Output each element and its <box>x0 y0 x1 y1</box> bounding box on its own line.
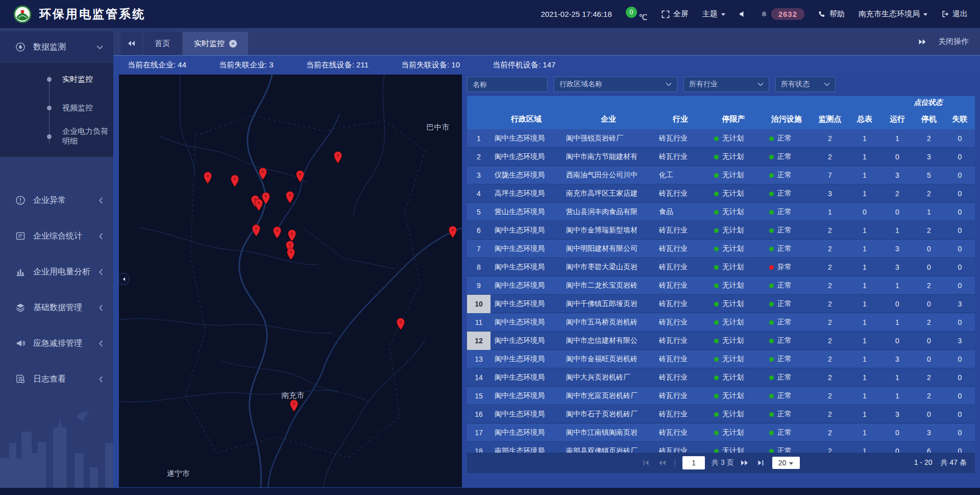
table-row[interactable]: 2阆中生态环境局阆中市南方节能建材有砖瓦行业无计划正常21030 <box>467 148 975 166</box>
last-page-button[interactable] <box>756 459 766 467</box>
app-header: 环保用电监管系统 2021-02-25 17:46:18 0 ℃ 全屏 主题 2… <box>0 0 980 28</box>
notification-area[interactable]: 2632 <box>761 8 804 20</box>
table-row[interactable]: 3仪陇生态环境局西南油气田分公司川中化工无计划正常71350 <box>467 166 975 184</box>
close-operations-button[interactable]: 关闭操作 <box>938 37 969 46</box>
table-row[interactable]: 8阆中生态环境局阆中市枣碧大梁山页岩砖瓦行业无计划异常21300 <box>467 258 975 276</box>
map-pin-icon[interactable] <box>396 318 405 331</box>
cell-lost: 3 <box>945 337 975 345</box>
status-dot-icon <box>714 192 719 196</box>
tab-scroll-left-button[interactable] <box>120 32 142 55</box>
map-pin-icon[interactable] <box>286 248 296 261</box>
cell-run: 1 <box>881 134 913 143</box>
page-size-select[interactable]: 20 <box>772 457 800 469</box>
cell-company: 阆中市江南镇阆南页岩 <box>562 428 655 437</box>
table-row[interactable]: 12阆中生态环境局阆中市忠信建材有限公砖瓦行业无计划正常21003 <box>467 332 975 350</box>
sidebar-item-emergency-reduction[interactable]: 应急减排管理 <box>0 325 113 361</box>
sidebar-item-label: 应急减排管理 <box>33 338 82 349</box>
sidebar-subitem[interactable]: 企业电力负荷明细 <box>0 122 113 151</box>
table-row[interactable]: 9阆中生态环境局阆中市二龙长宝页岩砖砖瓦行业无计划正常21120 <box>467 276 975 295</box>
sidebar-item-power-analysis[interactable]: 企业用电量分析 <box>0 254 113 290</box>
theme-dropdown[interactable]: 主题 <box>702 9 725 19</box>
tab-实时监控[interactable]: 实时监控✕ <box>183 32 248 55</box>
help-button[interactable]: 帮助 <box>818 9 845 19</box>
map-pin-icon[interactable] <box>333 151 343 164</box>
cell-row-number: 2 <box>467 148 491 166</box>
sidebar-subitem[interactable]: 实时监控 <box>0 65 113 93</box>
region-filter-select[interactable]: 行政区域名称 <box>554 77 677 92</box>
sidebar-item-label: 日志查看 <box>33 374 66 385</box>
status-filter-select[interactable]: 所有状态 <box>775 77 836 92</box>
sidebar-item-data-monitoring[interactable]: 数据监测 <box>0 31 113 63</box>
cell-stop: 2 <box>913 190 945 198</box>
page-number-input[interactable] <box>682 456 705 469</box>
cell-limit-status: 无计划 <box>706 428 761 437</box>
table-row[interactable]: 4高坪生态环境局南充市高坪区王家店建砖瓦行业无计划正常31220 <box>467 184 975 203</box>
fullscreen-button[interactable]: 全屏 <box>662 9 689 19</box>
sidebar-item-label: 基础数据管理 <box>33 302 82 313</box>
status-dot-icon <box>769 339 774 343</box>
sidebar-item-base-data[interactable]: 基础数据管理 <box>0 290 113 325</box>
close-icon[interactable]: ✕ <box>229 40 237 48</box>
stat-item: 当前失联企业: 3 <box>219 60 274 70</box>
industry-filter-select[interactable]: 所有行业 <box>683 77 769 92</box>
cell-meters: 1 <box>848 171 881 179</box>
status-dot-icon <box>714 284 719 288</box>
prev-page-button[interactable] <box>658 459 667 467</box>
stat-item: 当前在线企业: 44 <box>128 60 186 70</box>
cell-company: 营山县润丰肉食品有限 <box>562 207 655 217</box>
col-header-run: 运行 <box>881 109 913 129</box>
table-row[interactable]: 1阆中生态环境局阆中强锐页岩砖厂砖瓦行业无计划正常21120 <box>467 129 975 148</box>
tab-scroll-right-button[interactable] <box>918 38 927 45</box>
map-pin-icon[interactable] <box>252 224 261 237</box>
table-row[interactable]: 6阆中生态环境局阆中市金博瑞新型墙材砖瓦行业无计划正常21120 <box>467 221 975 240</box>
table-row[interactable]: 16阆中生态环境局阆中市石子页岩机砖厂砖瓦行业无计划正常21300 <box>467 405 975 423</box>
next-page-button[interactable] <box>741 459 750 467</box>
first-page-button[interactable] <box>642 459 651 467</box>
cell-points: 2 <box>812 134 848 143</box>
map-panel[interactable]: 巴中市 南充市 遂宁市 <box>119 75 462 487</box>
map-pin-icon[interactable] <box>258 168 268 180</box>
table-row[interactable]: 14阆中生态环境局阆中大兴页岩机砖厂砖瓦行业无计划正常21120 <box>467 368 975 387</box>
status-dot-icon <box>769 173 774 178</box>
table-row[interactable]: 17阆中生态环境局阆中市江南镇阆南页岩砖瓦行业无计划正常21030 <box>467 423 975 442</box>
map-pin-icon[interactable] <box>261 192 271 205</box>
map-pin-icon[interactable] <box>230 175 240 187</box>
map-pin-icon[interactable] <box>448 226 457 239</box>
tab-label: 首页 <box>155 39 170 49</box>
table-row[interactable]: 7阆中生态环境局阆中明阳建材有限公司砖瓦行业无计划正常21300 <box>467 240 975 258</box>
cell-company: 阆中市石子页岩机砖厂 <box>562 410 655 419</box>
logout-button[interactable]: 退出 <box>941 9 968 19</box>
sidebar-item-enterprise-abnormal[interactable]: 企业异常 <box>0 182 113 218</box>
sidebar-item-label: 企业异常 <box>33 195 66 206</box>
map-pin-icon[interactable] <box>273 226 282 239</box>
org-dropdown[interactable]: 南充市生态环境局 <box>859 9 927 19</box>
sidebar-subitem[interactable]: 视频监控 <box>0 93 113 122</box>
table-row[interactable]: 13阆中生态环境局阆中市金福旺页岩机砖砖瓦行业无计划正常21300 <box>467 350 975 368</box>
status-dot-icon <box>714 412 719 417</box>
audio-button[interactable] <box>739 10 747 18</box>
cell-region: 阆中生态环境局 <box>491 152 562 161</box>
main-area: 首页实时监控✕ 关闭操作 当前在线企业: 44当前失联企业: 3当前在线设备: … <box>113 28 980 488</box>
cell-limit-status: 无计划 <box>706 171 761 180</box>
cell-stop: 0 <box>913 355 945 363</box>
cell-limit-status: 无计划 <box>706 318 761 327</box>
name-filter-input[interactable] <box>467 77 548 92</box>
status-dot-icon <box>769 210 774 215</box>
sidebar-item-enterprise-statistics[interactable]: 企业综合统计 <box>0 218 113 254</box>
tab-首页[interactable]: 首页 <box>143 32 181 55</box>
cell-region: 南部生态环境局 <box>491 446 562 453</box>
sidebar-item-log-view[interactable]: 日志查看 <box>0 361 113 397</box>
map-pin-icon[interactable] <box>203 172 213 184</box>
table-row[interactable]: 11阆中生态环境局阆中市五马桥页岩机砖砖瓦行业无计划正常21120 <box>467 313 975 332</box>
cell-points: 3 <box>812 190 848 198</box>
table-row[interactable]: 5营山生态环境局营山县润丰肉食品有限食品无计划正常10010 <box>467 203 975 221</box>
map-pin-icon[interactable] <box>285 191 295 204</box>
table-row[interactable]: 10阆中生态环境局阆中千佛镇五郎垭页岩砖瓦行业无计划正常21003 <box>467 295 975 313</box>
cell-row-number: 9 <box>467 276 491 295</box>
table-row[interactable]: 15阆中生态环境局阆中市光富页岩机砖厂砖瓦行业无计划正常21120 <box>467 387 975 405</box>
filter-bar: 行政区域名称 所有行业 所有状态 <box>467 77 975 92</box>
map-pin-icon[interactable] <box>289 399 299 412</box>
map-pin-icon[interactable] <box>296 170 305 183</box>
col-header-company: 企业 <box>562 109 655 129</box>
table-row[interactable]: 18南部生态环境局南部县双佛镇页岩砖厂砖瓦行业无计划正常21060 <box>467 442 975 453</box>
